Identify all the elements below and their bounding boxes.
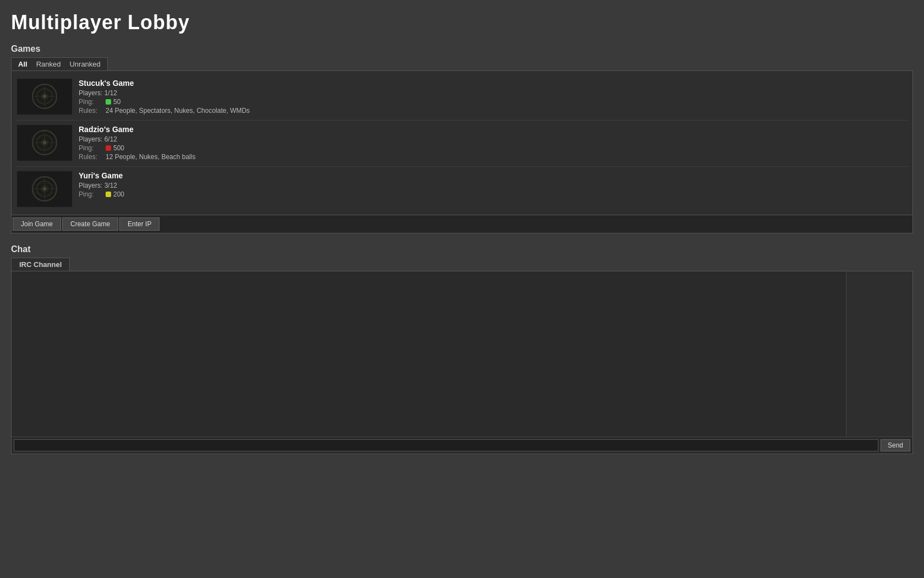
game-info-1: Radzio's Game Players: 6/12 Ping: 500 Ru… (79, 125, 907, 162)
game-name-1: Radzio's Game (79, 125, 907, 134)
game-rules-0: Rules: 24 People, Spectators, Nukes, Cho… (79, 107, 907, 114)
game-players-1: Players: 6/12 (79, 135, 907, 143)
chat-body (12, 271, 912, 437)
chat-input[interactable] (14, 439, 878, 451)
tab-irc-channel[interactable]: IRC Channel (14, 259, 67, 270)
game-info-2: Yuri's Game Players: 3/12 Ping: 200 (79, 171, 907, 199)
game-thumbnail-0 (17, 79, 72, 114)
game-name-2: Yuri's Game (79, 171, 907, 180)
chat-messages (12, 271, 846, 437)
chat-users (846, 271, 912, 437)
ping-indicator-1 (106, 145, 111, 151)
games-section: Games All Ranked Unranked (11, 44, 913, 233)
game-players-2: Players: 3/12 (79, 182, 907, 189)
svg-point-7 (43, 95, 46, 98)
enter-ip-button[interactable]: Enter IP (119, 217, 160, 231)
game-name-0: Stucuk's Game (79, 79, 907, 88)
join-game-button[interactable]: Join Game (13, 217, 61, 231)
game-ping-1: Ping: 500 (79, 144, 907, 152)
tab-unranked[interactable]: Unranked (65, 59, 105, 69)
tab-all[interactable]: All (14, 59, 32, 69)
game-item-2[interactable]: Yuri's Game Players: 3/12 Ping: 200 (15, 167, 909, 211)
ping-indicator-0 (106, 99, 111, 105)
game-ping-2: Ping: 200 (79, 190, 907, 198)
games-list: Stucuk's Game Players: 1/12 Ping: 50 Rul… (11, 70, 913, 215)
game-item-0[interactable]: Stucuk's Game Players: 1/12 Ping: 50 Rul… (15, 74, 909, 121)
tab-ranked[interactable]: Ranked (32, 59, 65, 69)
game-thumbnail-2 (17, 171, 72, 207)
games-tab-bar: All Ranked Unranked (11, 57, 108, 70)
game-rules-1: Rules: 12 People, Nukes, Beach balls (79, 153, 907, 161)
action-buttons: Join Game Create Game Enter IP (11, 215, 913, 233)
games-section-title: Games (11, 44, 913, 54)
page-title: Multiplayer Lobby (11, 11, 913, 34)
ping-indicator-2 (106, 192, 111, 197)
game-ping-0: Ping: 50 (79, 98, 907, 106)
svg-point-15 (43, 141, 46, 144)
chat-tab-bar: IRC Channel (11, 258, 70, 271)
chat-section: Chat IRC Channel Send (11, 244, 913, 454)
send-button[interactable]: Send (881, 439, 910, 451)
game-thumbnail-1 (17, 125, 72, 161)
chat-container: Send (11, 271, 913, 454)
chat-input-bar: Send (12, 437, 912, 454)
game-info-0: Stucuk's Game Players: 1/12 Ping: 50 Rul… (79, 79, 907, 116)
create-game-button[interactable]: Create Game (62, 217, 118, 231)
svg-point-23 (43, 187, 46, 190)
chat-section-title: Chat (11, 244, 913, 254)
game-item-1[interactable]: Radzio's Game Players: 6/12 Ping: 500 Ru… (15, 121, 909, 167)
game-players-0: Players: 1/12 (79, 89, 907, 97)
